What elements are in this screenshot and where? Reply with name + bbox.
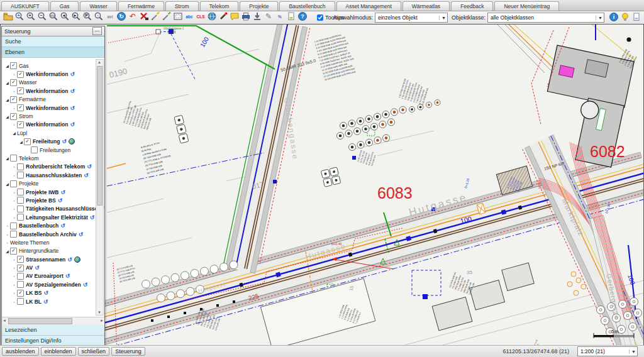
zoom-free-icon[interactable]: ◦ [93,11,104,22]
layer-checkbox[interactable] [10,222,17,229]
collapse-icon[interactable]: ◢ [4,182,10,186]
menu-tab-gas[interactable]: Gas [50,1,79,11]
edit-icon[interactable]: ✎ [263,11,274,22]
layer-checkbox[interactable] [17,163,24,170]
scale-select[interactable]: 1:200 (21) ▼ [577,346,638,356]
layer-checkbox[interactable] [17,281,24,288]
refresh-layer-icon[interactable]: ↺ [65,273,70,279]
layer-item-werkinformation[interactable]: ›✓Werkinformation↺ [3,121,104,129]
scroll-right-icon[interactable]: ► [100,319,104,322]
info-icon[interactable]: i [608,12,619,23]
menu-tab-neuer-men-eintrag[interactable]: Neuer Menüeintrag [494,1,559,11]
layer-checkbox[interactable] [17,189,24,195]
tree-vertical-scrollbar[interactable]: ▲ ▼ [96,59,104,316]
zoom-scale-icon[interactable]: P [82,11,92,22]
open-folder-icon[interactable] [3,11,13,22]
expand-icon[interactable]: › [11,173,17,177]
print-icon[interactable] [240,11,251,22]
layer-checkbox[interactable]: ✓ [24,138,31,145]
layer-item-strassennamen[interactable]: ›✓Strassennamen↺ [3,255,104,263]
layer-checkbox[interactable] [17,206,24,212]
statistics-icon[interactable]: % [274,11,285,22]
layer-checkbox[interactable] [10,180,17,187]
layer-checkbox[interactable] [31,146,38,153]
layer-checkbox[interactable] [17,214,24,221]
layer-item-werkinformation[interactable]: ›✓Werkinformation↺ [3,87,104,95]
collapse-icon[interactable]: ◢ [4,114,10,119]
expand-icon[interactable]: › [11,283,17,287]
expand-icon[interactable]: › [11,300,17,304]
expand-icon[interactable]: › [11,72,17,76]
collapse-icon[interactable]: ◢ [18,140,24,144]
refresh-layer-icon[interactable]: ↺ [70,71,75,77]
layer-item-werkinformation[interactable]: ›✓Werkinformation↺ [3,104,104,112]
expand-icon[interactable]: › [11,106,17,110]
refresh-view-icon[interactable]: ↻ [116,11,126,22]
layer-item-freileitung[interactable]: ◢✓Freileitung↺ [3,138,104,146]
zoom-out-icon[interactable]: − [36,11,47,22]
layer-checkbox[interactable]: ✓ [10,79,17,86]
scroll-down-icon[interactable]: ▼ [97,310,101,314]
menu-tab-feedback[interactable]: Feedback [451,1,493,11]
collapse-icon[interactable]: ◢ [4,97,10,102]
menu-tab-fernw-rme[interactable]: Fernwärme [118,1,164,11]
refresh-layer-icon[interactable]: ↺ [70,121,75,128]
layer-checkbox[interactable] [17,197,24,204]
expand-icon[interactable]: › [11,258,17,261]
panel-title-bar[interactable]: Steuerung — [2,26,104,36]
layer-checkbox[interactable]: ✓ [17,265,24,272]
layer-checkbox[interactable]: ✓ [17,87,24,94]
scroll-left-icon[interactable]: ◄ [3,319,6,322]
expand-icon[interactable]: › [11,216,17,219]
zoom-overview-icon[interactable]: + [14,11,25,22]
refresh-layer-icon[interactable]: ↺ [87,163,92,170]
idea-bulb-icon[interactable] [619,12,630,23]
tooltips-checkbox[interactable] [317,14,323,21]
layer-checkbox[interactable] [17,298,24,305]
layer-item-werkinformation[interactable]: ›✓Werkinformation↺ [3,70,104,78]
refresh-layer-icon[interactable]: ↺ [70,105,75,111]
layer-item-baustellenbuch[interactable]: ›Baustellenbuch↺ [3,221,104,229]
layer-checkbox[interactable]: ✓ [17,121,24,128]
zoom-in-icon[interactable]: + [25,11,36,22]
collapse-icon[interactable]: ◢ [4,156,10,160]
zoom-previous-icon[interactable]: ◄ [59,11,70,22]
hide-panel-button[interactable]: ausblenden [2,347,39,356]
layer-item-av-euroairport[interactable]: ›AV Euroairport↺ [3,272,104,280]
layer-item-strom[interactable]: ◢✓Strom [3,112,104,120]
refresh-layer-icon[interactable]: ↺ [70,88,75,94]
redlining-brush-icon[interactable] [218,11,228,22]
accordion-suche[interactable]: Suche [2,36,104,47]
menu-tab-telekom[interactable]: Telekom [200,1,239,11]
menu-tab-projekte[interactable]: Projekte [240,1,278,11]
layer-item-av-spezialgemeinden[interactable]: ›AV Spezialgemeinden↺ [3,280,104,288]
expand-icon[interactable]: › [11,291,17,295]
refresh-layer-icon[interactable]: ↺ [79,231,84,238]
layer-item-fernwärme[interactable]: ◢✓Fernwärme [3,96,104,104]
expand-icon[interactable]: › [11,274,17,278]
zoom-window-icon[interactable]: ▭ [48,11,58,22]
menu-tab-baustellenbuch[interactable]: Baustellenbuch [279,1,335,11]
show-panel-button[interactable]: einblenden [41,347,76,356]
layer-item-wasser[interactable]: ◢✓Wasser [3,79,104,87]
selection-mode-select[interactable]: einzelnes Objekt ▼ [375,13,448,23]
measure-coordinate-icon[interactable] [150,11,160,22]
layer-checkbox[interactable] [17,273,24,280]
collapse-icon[interactable]: ◢ [4,63,10,68]
undo-icon[interactable]: ↶ [127,11,138,22]
layer-item-hausanschlusskästen[interactable]: ›Hausanschlusskästen↺ [3,171,104,179]
layer-item-leitungsalter-elektrizität[interactable]: ›Leitungsalter Elektrizität↺ [3,213,104,221]
layer-item-rohrübersicht-telekom[interactable]: ›Rohrübersicht Telekom↺ [3,163,104,171]
select-region-icon[interactable] [172,11,183,22]
layer-item-lk-bs[interactable]: ›✓LK BS↺ [3,289,104,297]
delete-redlining-icon[interactable] [138,11,149,22]
layer-checkbox[interactable] [10,231,17,238]
collapse-icon[interactable]: ◢ [4,249,10,253]
close-panel-button[interactable]: schließen [78,347,110,356]
layer-checkbox[interactable]: ✓ [17,71,24,78]
layer-checkbox[interactable]: ✓ [17,290,24,297]
export-icon[interactable] [286,11,296,22]
refresh-layer-icon[interactable]: ↺ [44,290,49,296]
refresh-layer-icon[interactable]: ↺ [62,138,67,145]
menu-tab-asset-management[interactable]: Asset Management [336,1,401,11]
